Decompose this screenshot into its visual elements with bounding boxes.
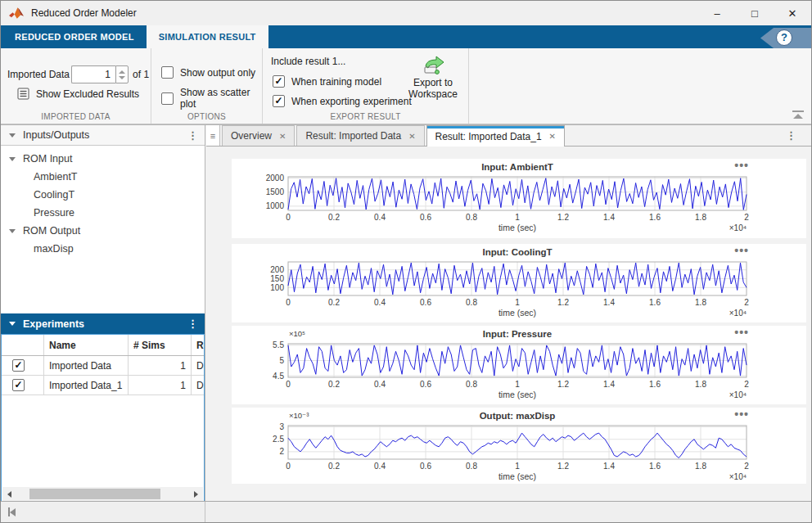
svg-text:0: 0 — [286, 380, 291, 389]
chart-canvas: 00.20.40.60.811.21.41.61.82100150200Inpu… — [232, 244, 806, 322]
minimize-button[interactable]: – — [698, 1, 736, 25]
title-bar: Reduced Order Modeler – □ ✕ — [1, 1, 811, 25]
collapse-left-arrow-icon — [10, 508, 16, 516]
inputs-outputs-tree: ROM Input AmbientT CoolingT Pressure ROM… — [1, 146, 205, 313]
hamburger-icon: ≡ — [210, 131, 215, 141]
svg-text:5.5: 5.5 — [273, 340, 284, 349]
tree-item-pressure[interactable]: Pressure — [1, 204, 205, 222]
experiments-menu-icon[interactable]: ⋮ — [187, 318, 198, 330]
svg-text:1.6: 1.6 — [649, 213, 661, 222]
experiments-header[interactable]: Experiments ⋮ — [1, 313, 205, 334]
close-tab-icon[interactable]: ✕ — [408, 132, 415, 141]
collapse-left-panel-button[interactable] — [8, 507, 16, 516]
when-training-model-label: When training model — [291, 76, 381, 88]
svg-text:time (sec): time (sec) — [498, 308, 536, 318]
close-tab-icon[interactable]: ✕ — [279, 132, 286, 141]
spinner-arrows[interactable] — [115, 65, 129, 83]
status-bar — [1, 501, 811, 522]
svg-text:0.6: 0.6 — [420, 462, 431, 471]
when-exporting-experiment-checkbox[interactable] — [273, 95, 285, 107]
svg-text:0.6: 0.6 — [420, 380, 431, 389]
scroll-right-button[interactable] — [189, 487, 203, 501]
svg-text:4.5: 4.5 — [273, 372, 284, 381]
tree-item-ambientt[interactable]: AmbientT — [1, 168, 205, 186]
svg-text:1: 1 — [515, 298, 520, 307]
export-workspace-icon — [421, 55, 445, 74]
close-button[interactable]: ✕ — [774, 1, 811, 25]
maximize-icon: □ — [751, 7, 758, 20]
document-bar-menu-button[interactable]: ≡ — [206, 125, 220, 146]
svg-text:2.5: 2.5 — [273, 435, 284, 444]
tree-item-coolingt[interactable]: CoolingT — [1, 186, 205, 204]
experiment-name: Imported Data — [44, 356, 129, 375]
scrollbar-track[interactable] — [16, 487, 189, 501]
help-icon: ? — [776, 29, 792, 46]
chart-options-button[interactable]: ••• — [734, 409, 749, 419]
checkbox-column-header — [2, 335, 44, 355]
show-as-scatter-plot-checkbox[interactable] — [161, 92, 174, 105]
scroll-left-button[interactable] — [2, 487, 16, 501]
svg-text:0.8: 0.8 — [466, 380, 477, 389]
tree-item-label: ROM Input — [23, 153, 72, 165]
tree-item-rom-output[interactable]: ROM Output — [1, 222, 205, 240]
document-tab-bar: ≡ Overview ✕ Result: Imported Data ✕ Res… — [206, 125, 811, 147]
maximize-button[interactable]: □ — [736, 1, 774, 25]
table-row[interactable]: Imported Data 1 Da — [2, 356, 204, 376]
svg-text:×10⁻³: ×10⁻³ — [289, 411, 309, 420]
chart-options-button[interactable]: ••• — [734, 160, 749, 170]
svg-text:×10⁵: ×10⁵ — [289, 329, 305, 338]
spinner-down-icon — [119, 76, 125, 79]
close-tab-icon[interactable]: ✕ — [549, 132, 556, 141]
inputs-outputs-menu-icon[interactable]: ⋮ — [187, 129, 198, 142]
name-column-header[interactable]: Name — [44, 335, 129, 355]
tab-result-imported-data-1[interactable]: Result: Imported Data_1 ✕ — [426, 125, 565, 147]
experiment-sims: 1 — [129, 376, 192, 395]
svg-text:×10⁴: ×10⁴ — [729, 309, 747, 318]
svg-text:1.8: 1.8 — [695, 380, 706, 389]
chart-options-button[interactable]: ••• — [734, 327, 749, 337]
inputs-outputs-header[interactable]: Inputs/Outputs ⋮ — [1, 125, 205, 146]
svg-text:1.6: 1.6 — [649, 380, 661, 389]
document-overflow-menu-icon[interactable]: ⋮ — [786, 129, 796, 142]
tab-reduced-order-model[interactable]: REDUCED ORDER MODEL — [2, 25, 147, 48]
show-output-only-checkbox[interactable] — [161, 66, 174, 79]
experiments-table: Name # Sims Re Imported Data 1 Da Import… — [1, 334, 205, 503]
tree-item-rom-input[interactable]: ROM Input — [1, 150, 205, 168]
tab-label: Result: Imported Data_1 — [435, 131, 542, 142]
result-column-header[interactable]: Re — [192, 335, 204, 355]
when-training-model-checkbox[interactable] — [273, 75, 285, 88]
tab-simulation-result[interactable]: SIMULATION RESULT — [147, 25, 268, 48]
svg-text:0.2: 0.2 — [328, 462, 340, 471]
tab-overview[interactable]: Overview ✕ — [222, 125, 295, 146]
table-row[interactable]: Imported Data_1 1 Da — [2, 376, 204, 395]
row-checkbox[interactable] — [12, 379, 25, 391]
experiments-table-header: Name # Sims Re — [2, 335, 204, 356]
collapse-toolstrip-button[interactable] — [792, 110, 804, 119]
svg-text:2000: 2000 — [266, 174, 285, 183]
help-button[interactable]: ? — [760, 28, 811, 48]
tree-item-label: CoolingT — [34, 189, 74, 201]
svg-text:0.6: 0.6 — [420, 298, 431, 307]
experiment-name: Imported Data_1 — [44, 376, 129, 395]
tree-expander-icon[interactable] — [9, 229, 16, 233]
svg-text:0: 0 — [286, 462, 291, 471]
row-checkbox[interactable] — [12, 359, 25, 372]
scrollbar-thumb[interactable] — [29, 489, 160, 499]
tree-item-maxdisp[interactable]: maxDisp — [1, 240, 205, 258]
svg-text:0: 0 — [286, 213, 291, 222]
scroll-right-icon — [194, 491, 198, 498]
tab-result-imported-data[interactable]: Result: Imported Data ✕ — [296, 125, 424, 146]
export-to-workspace-button[interactable]: Export to Workspace — [403, 55, 463, 100]
tree-expander-icon[interactable] — [9, 157, 16, 161]
svg-text:1.6: 1.6 — [649, 298, 661, 307]
imported-data-spinner[interactable]: 1 — [71, 65, 115, 83]
chart-options-button[interactable]: ••• — [734, 246, 749, 255]
sims-column-header[interactable]: # Sims — [129, 335, 192, 355]
chart-canvas: 00.20.40.60.811.21.41.61.82100015002000I… — [232, 159, 806, 238]
window-title: Reduced Order Modeler — [31, 7, 137, 19]
horizontal-scrollbar[interactable] — [2, 487, 203, 501]
show-excluded-results-button[interactable]: Show Excluded Results — [17, 88, 151, 100]
svg-text:1: 1 — [515, 380, 520, 389]
svg-text:0.4: 0.4 — [374, 380, 386, 389]
group-options: Show output only Show as scatter plot OP… — [151, 48, 263, 124]
